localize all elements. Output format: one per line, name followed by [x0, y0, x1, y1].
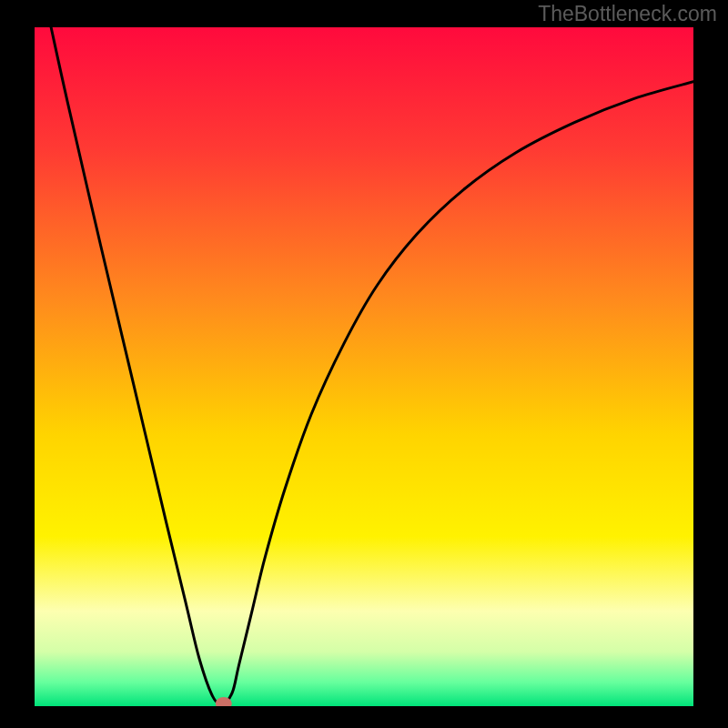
gradient-background [35, 27, 693, 706]
chart-frame: TheBottleneck.com [0, 0, 728, 728]
plot-svg [35, 27, 693, 706]
watermark-text: TheBottleneck.com [538, 2, 717, 26]
bottleneck-plot [35, 27, 693, 706]
